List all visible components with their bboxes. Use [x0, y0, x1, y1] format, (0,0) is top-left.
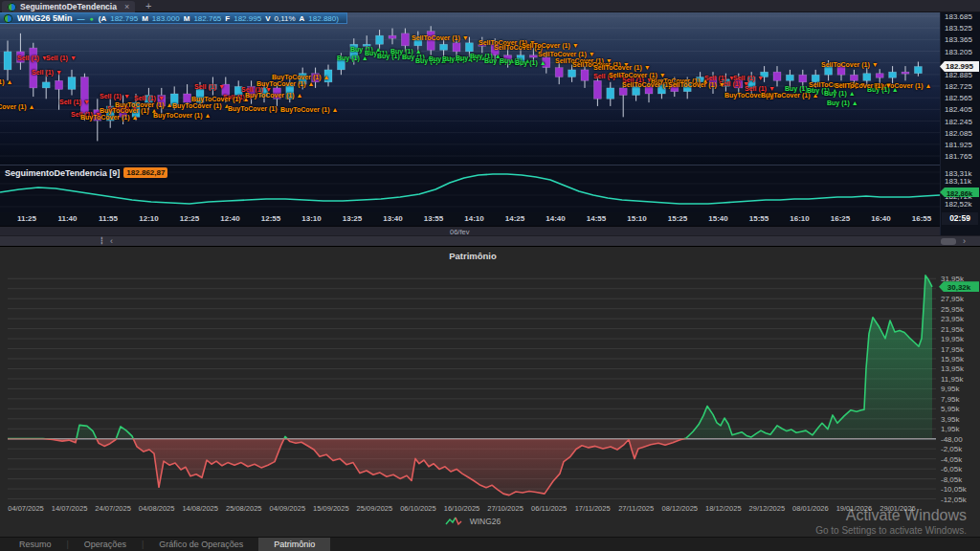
symbol-name: WING26 5Min: [17, 13, 73, 23]
equity-date-label: 06/11/2025: [524, 504, 574, 513]
price-tick-label: 182.085: [945, 129, 972, 138]
price-tick-label: 182.245: [945, 118, 972, 126]
trade-signal-stc: SellToCover (1) ▼: [609, 72, 666, 78]
equity-date-label: 08/01/2026: [786, 504, 835, 513]
equity-area-chart[interactable]: [8, 266, 936, 501]
equity-date-label: 16/10/2025: [437, 504, 487, 513]
trade-signal-btc: BuyToCover (1) ▲: [115, 101, 172, 108]
quote-values: (A182.795M183.000M182.765F182.995V0,11%A…: [99, 14, 339, 23]
time-tick-label: 11:55: [94, 214, 122, 223]
time-tick-label: 15:40: [704, 214, 733, 223]
equity-date-label: 24/07/2025: [88, 504, 138, 513]
equity-tick-label: -8,05k: [941, 475, 962, 484]
trade-signal-stc: SellToCover (1) ▼: [593, 64, 651, 71]
trade-signal-sell: Sell (1) ▼: [17, 55, 48, 61]
trade-signal-btc: BuyToCover (1) ▲: [100, 107, 157, 114]
time-tick-label: 16:25: [826, 214, 855, 223]
indicator-label[interactable]: SeguimentoDeTendencia [9] 182.862,87: [5, 167, 167, 178]
time-tick-label: 13:55: [419, 214, 448, 223]
trade-signal-btc: BuyToCover (1) ▲: [191, 96, 249, 102]
equity-tick-label: -4,05k: [941, 455, 962, 464]
trade-signal-buy: Buy (1) ▲: [337, 55, 368, 61]
equity-date-label: 25/09/2025: [349, 504, 399, 513]
patrimonio-title: Patrimônio: [0, 251, 946, 261]
quote-field-value: 182.795: [110, 14, 138, 23]
equity-tick-label: 15,95k: [941, 355, 964, 364]
trade-signal-stc: SellToCover (1) ▼: [821, 61, 879, 68]
quote-field-value: 182.765: [193, 14, 221, 23]
time-tick-label: 12:55: [256, 214, 285, 223]
scroll-left-icon[interactable]: ‹: [110, 236, 113, 246]
equity-date-label: 14/07/2025: [45, 504, 95, 513]
equity-tick-label: 3,95k: [941, 415, 960, 424]
trade-signal-btc: BuyToCover (1) ▲: [280, 106, 338, 113]
platform-logo-icon: [8, 3, 16, 11]
close-tab-icon[interactable]: ×: [124, 2, 129, 11]
time-tick-label: 14:55: [582, 214, 611, 223]
time-tick-label: 16:55: [907, 214, 936, 223]
quote-field-label: (A: [99, 14, 106, 23]
time-tick-label: 16:10: [786, 214, 814, 223]
equity-date-label: 25/08/2025: [219, 504, 269, 513]
scrollbar-grip-icon[interactable]: ┇: [100, 237, 102, 245]
tab-gr-fico-de-opera-es[interactable]: Gráfico de Operações: [144, 538, 258, 551]
equity-tick-label: 7,95k: [941, 395, 960, 404]
equity-tick-label: -12,05k: [941, 496, 967, 504]
price-tick-label: 182.885: [945, 71, 972, 79]
quote-field-value: 0,11%: [274, 14, 295, 23]
chart-scrollbar[interactable]: ┇ ‹ ›: [0, 235, 980, 246]
quote-field-label: M: [184, 14, 190, 23]
watermark-line2: Go to Settings to activate Windows.: [815, 525, 967, 536]
trade-signal-btc: BuyToCover (1) ▲: [256, 80, 314, 87]
bar-countdown: 02:59: [942, 212, 978, 225]
time-tick-label: 14:10: [460, 214, 489, 223]
trade-signal-btc: BuyToCover (1) ▲: [0, 103, 34, 110]
trade-signal-stc: SellToCover (1) ▼: [538, 51, 595, 57]
collapse-dash-icon[interactable]: —: [78, 14, 85, 23]
equity-current-badge: 30,32k: [939, 281, 979, 292]
new-tab-button[interactable]: +: [145, 0, 151, 11]
equity-tick-label: -48,00: [941, 435, 963, 444]
last-price-badge: 182.995: [940, 61, 979, 72]
tab-resumo[interactable]: Resumo: [4, 538, 67, 551]
equity-tick-label: 27,95k: [941, 295, 964, 303]
equity-date-label: 17/11/2025: [568, 504, 617, 513]
time-tick-label: 13:25: [338, 214, 367, 223]
scroll-right-icon[interactable]: ›: [963, 236, 966, 246]
indicator-name: SeguimentoDeTendencia [9]: [5, 168, 120, 178]
quote-field-value: 182.880): [308, 14, 339, 23]
tab-patrim-nio[interactable]: Patrimônio: [258, 538, 330, 551]
quote-field-label: A: [300, 14, 305, 23]
trade-signal-btc: BuyToCover (1) ▲: [172, 102, 230, 109]
price-tick-label: 183.205: [945, 48, 972, 56]
time-axis[interactable]: 11:2511:4011:5512:1012:2512:4012:5513:10…: [0, 212, 940, 226]
quote-field-value: 182.995: [234, 14, 261, 23]
symbol-quote-bar[interactable]: WING26 5Min — ● (A182.795M183.000M182.76…: [0, 12, 347, 24]
scrollbar-thumb[interactable]: [941, 238, 956, 245]
indicator-tick-label: 182,52k: [945, 200, 971, 209]
trade-signal-stc: SellToCover (1) ▼: [412, 34, 469, 41]
trade-signal-sell: Sell (1) ▼: [59, 99, 90, 105]
status-dot-icon: ●: [90, 15, 94, 22]
tab-opera-es[interactable]: Operações: [69, 538, 142, 551]
trade-signal-sell: Sell (1) ▼: [194, 83, 225, 90]
tab-seguimento-de-tendencia[interactable]: SeguimentoDeTendencia ×: [2, 1, 135, 12]
equity-tick-label: 11,95k: [941, 375, 963, 384]
trade-signal-btc: BuyToCover (1) ▲: [228, 105, 285, 112]
time-tick-label: 11:25: [12, 214, 41, 223]
time-tick-label: 13:40: [379, 214, 408, 223]
time-tick-label: 15:10: [623, 214, 652, 223]
trade-signals-layer: Sell (1) ▼Sell (1) ▼Sell (1) ▼Sell (1) ▼…: [0, 12, 940, 165]
equity-tick-label: -2,05k: [941, 445, 962, 453]
equity-date-label: 04/07/2025: [1, 504, 51, 513]
equity-tick-label: 19,95k: [941, 335, 964, 343]
indicator-tick-label: 183,11k: [945, 177, 971, 186]
bottom-tab-bar: Resumo|Operações|Gráfico de OperaçõesPat…: [0, 537, 980, 551]
price-tick-label: 183.525: [945, 24, 972, 33]
equity-date-label: 27/10/2025: [480, 504, 530, 513]
trade-signal-btc: BuyToCover (1) ▲: [0, 78, 12, 85]
equity-date-label: 18/12/2025: [699, 504, 748, 513]
equity-legend[interactable]: WING26: [0, 516, 946, 527]
time-tick-label: 15:25: [663, 214, 692, 223]
quote-field-label: V: [265, 14, 270, 23]
